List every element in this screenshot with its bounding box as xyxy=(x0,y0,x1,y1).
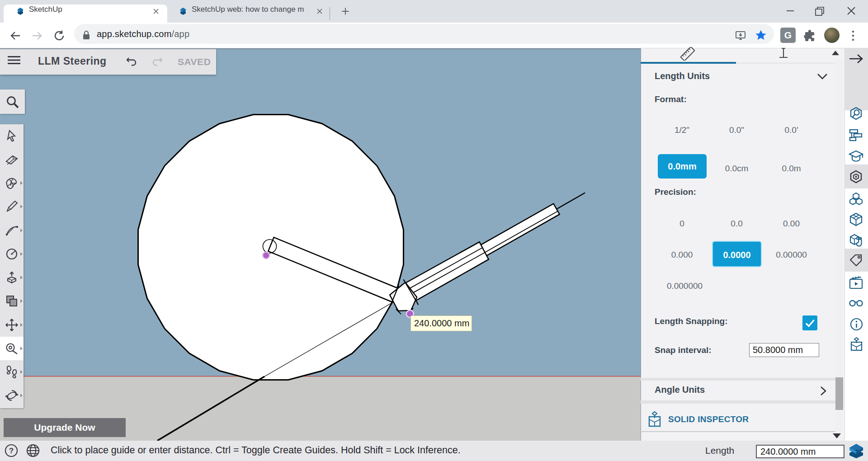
svg-text:?: ? xyxy=(9,447,14,455)
